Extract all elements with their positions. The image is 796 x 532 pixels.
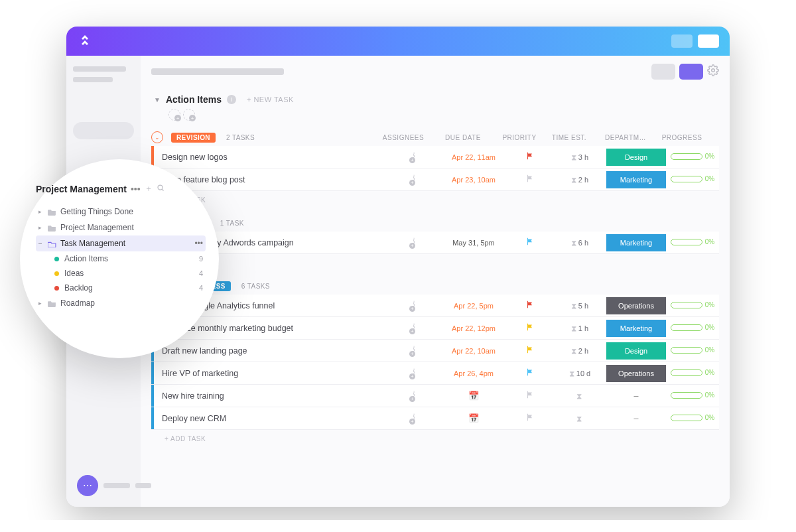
add-task-button[interactable]: + ADD TASK [151,430,719,448]
priority-flag-icon[interactable] [525,392,535,401]
time-estimate[interactable]: 5 h [578,302,588,310]
assignee-add-icon[interactable] [413,391,415,401]
department-chip[interactable]: Design [606,149,666,166]
add-task-button[interactable]: + ADD TASK [151,254,719,272]
priority-flag-icon[interactable] [525,369,535,379]
chat-icon[interactable]: ⋯ [77,475,98,496]
assignee-add-icon[interactable] [413,368,415,379]
header-chip[interactable] [698,34,719,48]
add-task-button[interactable]: + ADD TASK [151,191,719,209]
more-icon[interactable]: ••• [194,239,203,248]
progress-indicator[interactable]: 0% [671,153,714,160]
assignee-add-icon[interactable] [413,174,415,185]
time-estimate[interactable]: 3 h [578,153,588,161]
progress-indicator[interactable]: 0% [671,391,714,399]
column-header[interactable]: ASSIGNEES [377,134,430,141]
priority-flag-icon[interactable] [525,415,535,424]
space-item[interactable]: ▸ Roadmap [36,295,206,311]
assignee-add-icon[interactable] [413,237,415,248]
due-date[interactable]: Apr 23, 10am [452,176,496,184]
view-toggle-active[interactable] [679,64,703,80]
task-row[interactable]: Write feature blog post Apr 23, 10am ⧗2 … [151,168,719,191]
time-estimate[interactable]: 2 h [578,176,588,184]
task-title[interactable]: Draft new landing page [162,346,387,356]
info-icon[interactable]: i [227,95,236,104]
progress-indicator[interactable]: 0% [671,369,714,376]
due-date[interactable]: Apr 22, 10am [452,347,496,355]
space-item[interactable]: ▸ Project Management [36,220,206,235]
time-estimate[interactable]: 6 h [578,239,588,247]
time-estimate[interactable]: 1 h [578,324,588,332]
task-title[interactable]: Organize monthly marketing budget [162,324,387,333]
task-row[interactable]: Hire VP of marketing Apr 26, 4pm ⧗10 d O… [151,362,719,385]
status-badge[interactable]: REVISION [171,133,216,143]
priority-flag-icon[interactable] [525,302,535,311]
priority-flag-icon[interactable] [525,176,535,185]
space-item[interactable]: ▸ Getting Things Done [36,204,206,220]
due-date[interactable]: May 31, 5pm [452,239,495,247]
assignee-add-icon[interactable] [413,413,415,424]
department-chip[interactable]: Marketing [606,234,666,251]
progress-indicator[interactable]: 0% [671,238,714,245]
department-chip[interactable]: Operations [606,365,666,382]
progress-indicator[interactable]: 0% [671,346,714,354]
department-chip[interactable]: Marketing [606,320,666,337]
task-title[interactable]: New hire training [162,391,387,401]
due-date[interactable]: Apr 22, 5pm [454,302,494,310]
hourglass-icon[interactable]: ⧗ [576,391,582,401]
task-title[interactable]: Hire VP of marketing [162,369,387,378]
assignee-add-icon[interactable] [413,300,415,311]
task-row[interactable]: Set up Google Analytics funnel Apr 22, 5… [151,295,719,317]
search-icon[interactable] [157,184,165,194]
assignee-add-icon[interactable] [413,323,415,334]
task-row[interactable]: Run productivity Adwords campaign May 31… [151,232,719,254]
task-row[interactable]: Design new logos Apr 22, 11am ⧗3 h Desig… [151,146,719,168]
column-header[interactable]: TIME EST. [543,134,596,141]
due-date[interactable]: Apr 22, 12pm [452,324,496,332]
assignee-add-icon[interactable] [413,346,415,356]
priority-flag-icon[interactable] [525,153,535,163]
assignee-add-icon[interactable] [413,152,415,163]
collapse-caret-icon[interactable]: ▼ [154,96,161,103]
task-row[interactable]: Draft new landing page Apr 22, 10am ⧗2 h… [151,340,719,362]
due-date[interactable]: Apr 22, 11am [452,153,496,161]
plus-icon[interactable]: ＋ [145,183,153,194]
filter-flag-icon[interactable] [168,109,180,121]
filter-assignee-icon[interactable] [183,109,195,121]
priority-flag-icon[interactable] [525,239,535,248]
list-item[interactable]: Action Items 9 [36,251,206,266]
due-date[interactable]: Apr 26, 4pm [454,369,494,377]
column-header[interactable]: DEPARTM… [596,134,655,141]
header-chip[interactable] [671,34,693,48]
calendar-icon[interactable]: 📅 [468,391,479,401]
progress-indicator[interactable]: 0% [671,414,714,421]
progress-indicator[interactable]: 0% [671,175,714,182]
time-estimate[interactable]: 2 h [578,347,588,355]
task-row[interactable]: Deploy new CRM 📅 ⧗ – 0% [151,407,719,430]
department-chip[interactable]: Operations [606,297,666,314]
priority-flag-icon[interactable] [525,347,535,356]
task-row[interactable]: New hire training 📅 ⧗ – 0% [151,385,719,407]
view-toggle[interactable] [651,64,675,80]
more-icon[interactable]: ••• [131,184,141,194]
progress-indicator[interactable]: 0% [671,324,714,331]
calendar-icon[interactable]: 📅 [468,413,479,423]
column-header[interactable]: DUE DATE [430,134,496,141]
list-item[interactable]: Ideas 4 [36,266,206,281]
task-title[interactable]: Design new logos [162,153,387,162]
task-title[interactable]: Deploy new CRM [162,414,387,423]
new-task-button[interactable]: + NEW TASK [247,96,294,103]
time-estimate[interactable]: 10 d [576,369,590,377]
space-item-active[interactable]: – Task Management ••• [36,235,206,251]
department-chip[interactable]: Marketing [606,171,666,188]
column-header[interactable]: PRIORITY [496,134,543,141]
hourglass-icon[interactable]: ⧗ [576,414,582,423]
list-item[interactable]: Backlog 4 [36,281,206,295]
priority-flag-icon[interactable] [525,324,535,334]
task-row[interactable]: Organize monthly marketing budget Apr 22… [151,317,719,340]
search-input[interactable] [73,122,134,139]
group-caret-icon[interactable]: ⌄ [151,131,163,143]
department-chip[interactable]: Design [606,342,666,360]
gear-icon[interactable] [707,64,719,79]
column-header[interactable]: PROGRESS [655,134,708,141]
